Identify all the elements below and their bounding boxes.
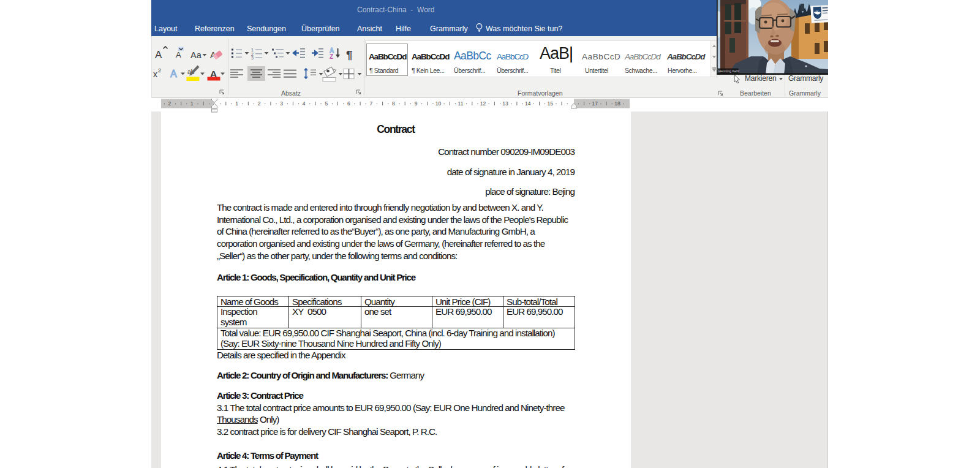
- svg-text:1: 1: [235, 100, 238, 107]
- svg-text:10: 10: [435, 100, 442, 107]
- svg-text:12: 12: [480, 100, 486, 107]
- svg-text:15: 15: [547, 100, 553, 107]
- svg-text:14: 14: [525, 100, 531, 107]
- svg-text:¶: ¶: [346, 48, 353, 61]
- svg-text:8: 8: [392, 100, 395, 107]
- svg-text:A: A: [170, 69, 177, 79]
- svg-text:A: A: [176, 50, 181, 59]
- svg-text:1: 1: [190, 100, 194, 107]
- svg-text:2: 2: [168, 100, 172, 107]
- svg-text:9: 9: [415, 100, 418, 107]
- svg-text:x: x: [153, 69, 157, 79]
- svg-text:17: 17: [592, 100, 598, 107]
- svg-text:7: 7: [369, 100, 372, 107]
- svg-text:Aa: Aa: [190, 50, 202, 60]
- svg-text:Z: Z: [330, 53, 333, 60]
- svg-text:3: 3: [280, 100, 283, 107]
- svg-text:2: 2: [258, 100, 261, 107]
- svg-text:Henning Kehr: Henning Kehr: [718, 69, 739, 73]
- svg-text:18: 18: [614, 100, 620, 107]
- svg-text:2: 2: [158, 67, 161, 74]
- svg-text:4: 4: [303, 100, 306, 107]
- svg-text:13: 13: [502, 100, 508, 107]
- svg-text:11: 11: [458, 100, 464, 107]
- svg-text:5: 5: [325, 100, 328, 107]
- svg-text:3: 3: [251, 56, 254, 60]
- svg-text:6: 6: [347, 100, 350, 107]
- svg-text:A: A: [155, 49, 162, 61]
